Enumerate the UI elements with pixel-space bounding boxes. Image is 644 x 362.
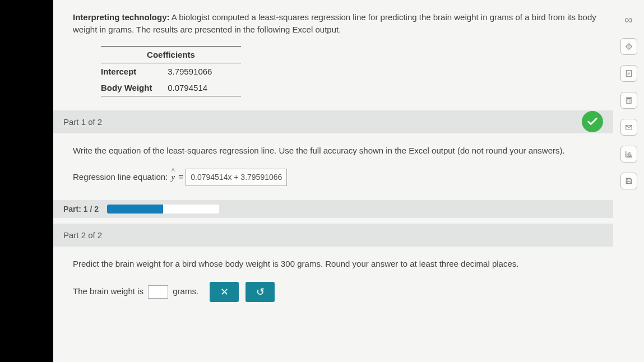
answer-line: The brain weight is grams. (73, 285, 198, 299)
brain-weight-input[interactable] (148, 285, 168, 299)
action-buttons: ✕ ↺ (210, 282, 279, 302)
part1-title: Part 1 of 2 (63, 117, 102, 127)
row-value: 0.0794514 (168, 83, 207, 92)
svg-point-6 (629, 101, 630, 102)
row-label: Intercept (101, 67, 165, 76)
right-toolbar: ∞ (613, 0, 644, 362)
problem-intro: Interpreting technology: A biologist com… (73, 11, 602, 36)
equals-sign: = (178, 172, 186, 182)
main-content: Interpreting technology: A biologist com… (53, 0, 613, 362)
correct-check-icon (582, 111, 603, 132)
y-hat-symbol: y (170, 171, 176, 184)
ans-prefix: The brain weight is (73, 286, 143, 296)
svg-point-4 (629, 100, 630, 101)
calculator-icon[interactable] (620, 92, 637, 109)
progress-bar (107, 205, 219, 214)
part2-prompt: Predict the brain weight for a bird whos… (73, 258, 596, 270)
left-margin (0, 0, 53, 362)
part2-header: Part 2 of 2 (53, 224, 613, 247)
table-header: Coefficients (101, 47, 241, 63)
part1-header: Part 1 of 2 (53, 110, 613, 133)
clear-button[interactable]: ✕ (210, 282, 239, 302)
intro-bold: Interpreting technology: (73, 12, 170, 22)
row-label: Body Weight (101, 83, 165, 92)
svg-rect-12 (627, 182, 631, 184)
reset-button[interactable]: ↺ (245, 282, 275, 302)
progress-label: Part: 1 / 2 (63, 205, 99, 214)
row-value: 3.79591066 (168, 67, 212, 76)
nav-up-icon[interactable] (620, 38, 637, 55)
mail-icon[interactable] (620, 119, 637, 136)
infinity-icon[interactable]: ∞ (620, 11, 637, 28)
save-icon[interactable] (620, 173, 637, 189)
table-row: Body Weight 0.0794514 (101, 80, 602, 96)
reset-icon: ↺ (256, 285, 265, 299)
svg-rect-8 (627, 154, 628, 157)
x-icon: ✕ (220, 285, 229, 299)
part2-body: Predict the brain weight for a bird whos… (73, 247, 602, 317)
part1-body: Write the equation of the least-squares … (73, 133, 602, 200)
svg-rect-9 (629, 152, 630, 156)
part2-title: Part 2 of 2 (63, 230, 102, 240)
progress-fill (107, 205, 163, 214)
coefficients-table: Coefficients Intercept 3.79591066 Body W… (101, 46, 602, 96)
eq-label: Regression line equation: (73, 172, 170, 182)
svg-rect-10 (631, 155, 632, 156)
svg-point-3 (627, 100, 628, 101)
progress-row: Part: 1 / 2 (53, 200, 613, 218)
part1-prompt: Write the equation of the least-squares … (73, 145, 596, 157)
equation-row: Regression line equation: y = 0.0794514x… (73, 169, 596, 185)
svg-rect-2 (627, 98, 631, 99)
chart-icon[interactable] (620, 146, 637, 163)
svg-point-5 (627, 101, 628, 102)
regression-equation-input[interactable]: 0.0794514x + 3.79591066 (186, 169, 287, 185)
ans-suffix: grams. (173, 286, 198, 296)
table-row: Intercept 3.79591066 (101, 63, 602, 80)
notes-icon[interactable] (620, 65, 637, 82)
